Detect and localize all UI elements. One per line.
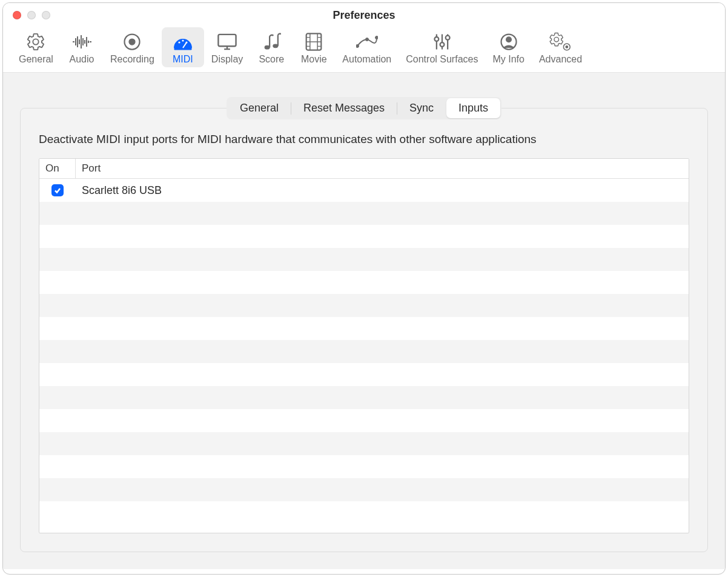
notes-icon [262, 31, 281, 53]
subtabs: GeneralReset MessagesSyncInputs [20, 97, 708, 119]
person-icon [500, 31, 518, 53]
toolbar-item-score[interactable]: Score [250, 27, 293, 67]
table-row-empty [39, 363, 689, 386]
svg-point-41 [506, 37, 511, 42]
table-row-empty [39, 317, 689, 340]
toolbar-item-control-surfaces[interactable]: Control Surfaces [399, 27, 485, 67]
toolbar-item-label: Recording [110, 54, 154, 65]
toolbar-item-label: Automation [342, 54, 391, 65]
table-row-empty [39, 294, 689, 317]
cell-on [39, 184, 76, 196]
table-row-empty [39, 340, 689, 363]
column-header-port[interactable]: Port [76, 159, 689, 178]
toolbar-item-audio[interactable]: Audio [61, 27, 103, 67]
table-row-empty [39, 225, 689, 248]
svg-point-20 [273, 44, 278, 48]
midi-inputs-table: On Port Scarlett 8i6 USB [39, 158, 689, 533]
toolbar-item-label: Movie [301, 54, 327, 65]
table-row-empty [39, 271, 689, 294]
svg-point-38 [440, 42, 444, 47]
toolbar-item-label: Display [211, 54, 243, 65]
table-row-empty [39, 248, 689, 271]
panel: Deactivate MIDI input ports for MIDI har… [20, 108, 708, 552]
port-enabled-checkbox[interactable] [51, 184, 64, 196]
subtab-sub-general[interactable]: General [228, 98, 291, 118]
svg-point-12 [178, 41, 180, 43]
svg-point-19 [265, 45, 270, 49]
toolbar-item-general[interactable]: General [12, 27, 61, 67]
toolbar-item-my-info[interactable]: My Info [485, 27, 531, 67]
record-icon [123, 31, 141, 53]
toolbar-item-label: Score [259, 54, 284, 65]
table-row-empty [39, 386, 689, 409]
svg-point-13 [182, 39, 184, 41]
table-row-empty [39, 455, 689, 478]
subtab-sub-inputs[interactable]: Inputs [446, 98, 500, 118]
gauge-icon [173, 31, 193, 53]
cell-port: Scarlett 8i6 USB [76, 184, 689, 197]
table-row-empty [39, 409, 689, 432]
gears-icon [549, 31, 571, 53]
svg-point-39 [446, 36, 450, 40]
table-body: Scarlett 8i6 USB [39, 179, 689, 533]
film-icon [305, 31, 323, 53]
toolbar-item-recording[interactable]: Recording [103, 27, 162, 67]
svg-point-37 [434, 37, 438, 41]
column-header-on[interactable]: On [39, 159, 76, 178]
subtab-sub-reset[interactable]: Reset Messages [291, 98, 397, 118]
panel-description: Deactivate MIDI input ports for MIDI har… [39, 133, 689, 146]
table-row-empty [39, 478, 689, 501]
gear-icon [26, 31, 45, 53]
svg-point-33 [375, 36, 378, 39]
waveform-icon [71, 31, 92, 53]
table-row-empty [39, 202, 689, 225]
toolbar-item-movie[interactable]: Movie [293, 27, 335, 67]
toolbar-item-display[interactable]: Display [204, 27, 250, 67]
svg-point-11 [129, 39, 135, 45]
table-row-empty [39, 432, 689, 455]
toolbar-item-label: Advanced [539, 54, 582, 65]
curve-icon [356, 31, 378, 53]
table-row-empty [39, 501, 689, 524]
svg-point-32 [365, 38, 368, 41]
subtab-sub-sync[interactable]: Sync [397, 98, 446, 118]
toolbar-item-automation[interactable]: Automation [335, 27, 399, 67]
table-header: On Port [39, 159, 689, 179]
toolbar-item-label: Control Surfaces [406, 54, 478, 65]
titlebar: Preferences [3, 3, 725, 27]
content: GeneralReset MessagesSyncInputs Deactiva… [3, 73, 725, 569]
sliders-icon [432, 31, 452, 53]
svg-point-43 [566, 46, 568, 48]
table-row[interactable]: Scarlett 8i6 USB [39, 179, 689, 202]
toolbar-item-label: My Info [492, 54, 524, 65]
toolbar: GeneralAudioRecordingMIDIDisplayScoreMov… [3, 27, 725, 73]
svg-rect-16 [219, 35, 236, 46]
toolbar-item-label: MIDI [173, 54, 193, 65]
toolbar-item-label: Audio [69, 54, 94, 65]
toolbar-item-midi[interactable]: MIDI [162, 27, 204, 67]
preferences-window: Preferences GeneralAudioRecordingMIDIDis… [2, 2, 726, 575]
monitor-icon [217, 31, 237, 53]
svg-point-31 [356, 45, 359, 48]
toolbar-item-label: General [19, 54, 53, 65]
toolbar-item-advanced[interactable]: Advanced [532, 27, 589, 67]
window-title: Preferences [3, 9, 725, 22]
